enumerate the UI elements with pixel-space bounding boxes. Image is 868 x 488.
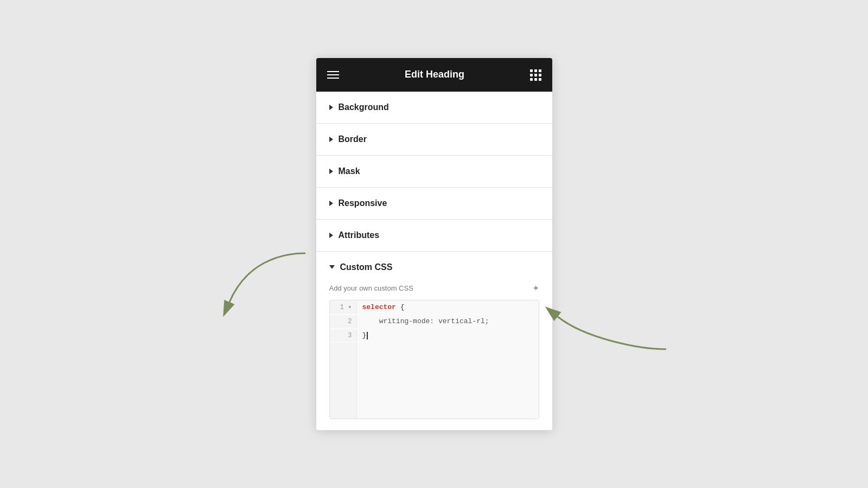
chevron-down-icon <box>329 265 335 269</box>
custom-css-hint-row: Add your own custom CSS ✦ <box>329 283 539 293</box>
responsive-section[interactable]: Responsive <box>316 188 552 220</box>
background-label: Background <box>339 102 389 112</box>
edit-heading-panel: Edit Heading Background Border Mask Resp… <box>316 58 552 431</box>
chevron-right-icon <box>329 169 333 174</box>
chevron-right-icon <box>329 233 333 238</box>
panel-title: Edit Heading <box>405 69 464 80</box>
line-num-3: 3 <box>330 330 357 342</box>
custom-css-section: Custom CSS Add your own custom CSS ✦ 1 ▾… <box>316 252 552 431</box>
custom-css-label: Custom CSS <box>340 262 393 272</box>
attributes-label: Attributes <box>339 230 380 240</box>
chevron-right-icon <box>329 201 333 206</box>
responsive-label: Responsive <box>339 198 387 208</box>
arrow-left-annotation <box>213 248 322 313</box>
code-line-1: 1 ▾ selector { <box>330 300 539 314</box>
custom-css-header[interactable]: Custom CSS <box>316 252 552 283</box>
magic-wand-icon[interactable]: ✦ <box>532 283 539 293</box>
mask-label: Mask <box>339 166 360 176</box>
line-num-2: 2 <box>330 316 357 328</box>
attributes-section[interactable]: Attributes <box>316 220 552 252</box>
code-empty-area <box>330 343 539 419</box>
border-section[interactable]: Border <box>316 124 552 156</box>
panel-header: Edit Heading <box>316 58 552 92</box>
hamburger-menu-icon[interactable] <box>327 71 339 79</box>
code-content-empty <box>357 343 539 419</box>
chevron-right-icon <box>329 137 333 142</box>
background-section[interactable]: Background <box>316 92 552 124</box>
line-num-1: 1 ▾ <box>330 301 357 313</box>
line-content-1: selector { <box>357 301 539 313</box>
line-numbers-empty <box>330 343 357 419</box>
grid-icon[interactable] <box>530 69 541 80</box>
mask-section[interactable]: Mask <box>316 156 552 188</box>
chevron-right-icon <box>329 105 333 110</box>
code-line-3: 3 } <box>330 329 539 343</box>
line-content-3: } <box>357 329 539 342</box>
line-content-2: writing-mode: vertical-rl; <box>357 315 539 328</box>
code-editor[interactable]: 1 ▾ selector { 2 writing-mode: vertical-… <box>329 300 539 419</box>
custom-css-hint-text: Add your own custom CSS <box>329 284 413 292</box>
arrow-right-annotation <box>541 306 672 360</box>
border-label: Border <box>339 134 367 144</box>
code-line-2: 2 writing-mode: vertical-rl; <box>330 314 539 329</box>
custom-css-body: Add your own custom CSS ✦ 1 ▾ selector {… <box>316 283 552 430</box>
